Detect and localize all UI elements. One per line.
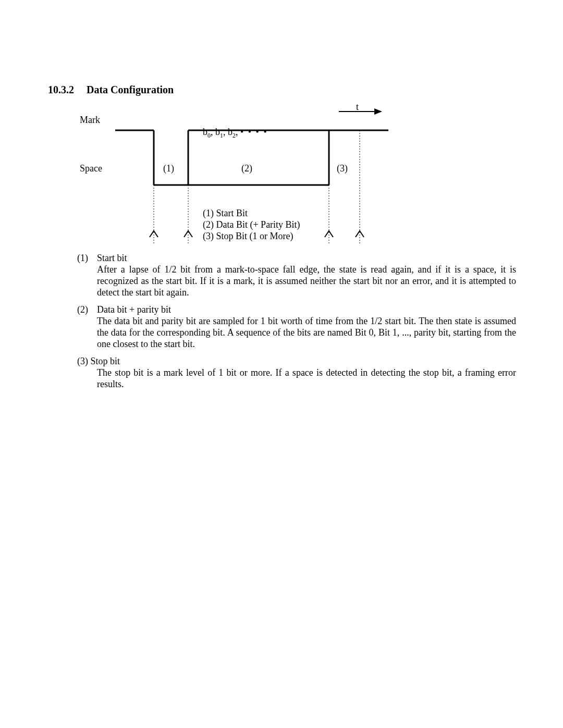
item-1-body: After a lapse of 1/2 bit from a mark-to-… <box>97 264 516 298</box>
item-3-head: (3) Stop bit <box>77 355 516 367</box>
item-1-head: (1)Start bit <box>77 252 516 264</box>
item-2-num: (2) <box>77 304 97 315</box>
section-start-bit: (1)Start bit After a lapse of 1/2 bit fr… <box>77 252 516 298</box>
item-3-body: The stop bit is a mark level of 1 bit or… <box>97 367 516 390</box>
legend-line-2: (2) Data Bit (+ Parity Bit) <box>203 219 300 230</box>
heading-number: 10.3.2 <box>48 84 74 96</box>
mark-label: Mark <box>80 115 100 126</box>
item-2-head: (2)Data bit + parity bit <box>77 304 516 315</box>
svg-marker-1 <box>374 108 382 115</box>
heading-title: Data Configuration <box>87 84 174 95</box>
item-2-body: The data bit and parity bit are sampled … <box>97 315 516 350</box>
item-2-title: Data bit + parity bit <box>97 304 171 315</box>
space-label: Space <box>80 163 102 174</box>
page: 10.3.2Data Configuration <box>0 0 563 728</box>
legend-line-3: (3) Stop Bit (1 or More) <box>203 230 300 242</box>
diagram-legend: (1) Start Bit (2) Data Bit (+ Parity Bit… <box>203 207 300 242</box>
section-stop-bit: (3) Stop bit The stop bit is a mark leve… <box>77 355 516 390</box>
section-data-bit: (2)Data bit + parity bit The data bit an… <box>77 304 516 350</box>
section-heading: 10.3.2Data Configuration <box>48 84 174 96</box>
legend-line-1: (1) Start Bit <box>203 207 300 219</box>
region-1-label: (1) <box>163 163 174 174</box>
region-3-label: (3) <box>337 163 348 174</box>
time-axis-label: t <box>356 102 359 113</box>
region-2-label: (2) <box>241 163 252 174</box>
bit-sequence-label: b0, b1, b2, • • • • <box>203 127 268 140</box>
item-1-title: Start bit <box>97 253 127 263</box>
item-1-num: (1) <box>77 252 97 264</box>
